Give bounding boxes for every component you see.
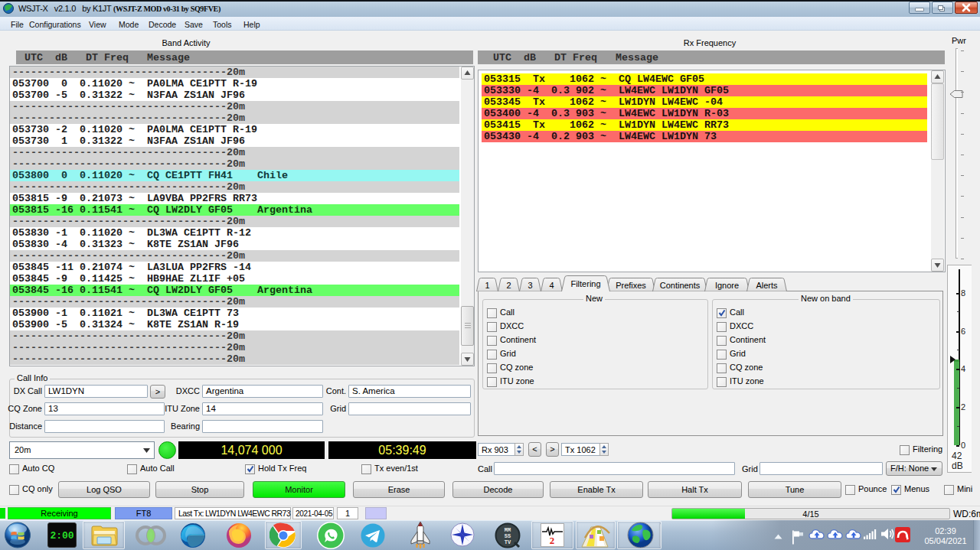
svg-text:3: 3	[528, 281, 532, 290]
svg-text:Prefixes: Prefixes	[616, 281, 646, 290]
svg-text:1: 1	[485, 281, 489, 290]
svg-text:4: 4	[549, 281, 554, 290]
svg-text:TV: TV	[505, 539, 511, 545]
svg-text:MM: MM	[505, 527, 511, 533]
svg-text:Alerts: Alerts	[756, 281, 778, 290]
svg-text:2: 2	[550, 535, 555, 546]
svg-text:2: 2	[506, 281, 511, 290]
svg-text:SS: SS	[505, 533, 511, 539]
svg-text:Ignore: Ignore	[715, 281, 739, 290]
svg-text:Filtering: Filtering	[570, 279, 600, 288]
svg-text:Continents: Continents	[660, 281, 701, 290]
